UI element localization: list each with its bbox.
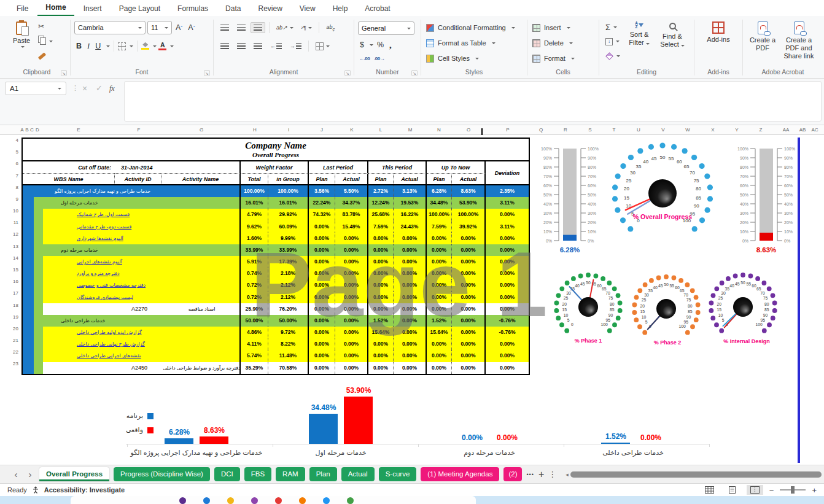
cell-value[interactable]: 0.00% bbox=[452, 268, 486, 279]
cell-value[interactable]: -0.76% bbox=[486, 327, 529, 338]
ribbon-tab-file[interactable]: File bbox=[9, 1, 36, 16]
autosum-icon[interactable]: Σ bbox=[605, 22, 620, 32]
cell-value[interactable]: 0.00% bbox=[309, 292, 335, 303]
cell-value[interactable]: 0.00% bbox=[486, 303, 529, 315]
sheet-tab-dci[interactable]: DCI bbox=[214, 467, 240, 481]
horizontal-scrollbar[interactable]: ◂ bbox=[566, 471, 822, 478]
row-header-9[interactable]: 9 bbox=[0, 196, 18, 208]
column-header-P[interactable]: P bbox=[506, 127, 509, 133]
column-header-S[interactable]: S bbox=[588, 127, 591, 133]
cell-value[interactable]: 5.91% bbox=[241, 256, 268, 268]
cell-value[interactable]: 0.72% bbox=[241, 279, 268, 291]
zoom-slider-handle[interactable] bbox=[791, 486, 795, 494]
row-header-16[interactable]: 16 bbox=[0, 279, 18, 290]
cell-value[interactable]: 0.00% bbox=[394, 268, 427, 279]
column-header-T[interactable]: T bbox=[613, 127, 616, 133]
create-pdf-share-button[interactable]: Create a PDF and Share link bbox=[779, 18, 819, 60]
sheet-tab-plan[interactable]: Plan bbox=[309, 467, 337, 481]
cell-value[interactable]: 0.00% bbox=[486, 338, 529, 350]
cell-value[interactable]: 0.00% bbox=[452, 233, 486, 244]
taskbar-icon-7[interactable] bbox=[347, 497, 354, 504]
cell-value[interactable]: 0.72% bbox=[241, 292, 268, 303]
page-break-preview-button[interactable] bbox=[747, 485, 763, 495]
create-pdf-button[interactable]: Create a PDF bbox=[747, 18, 779, 52]
cell-value[interactable]: 15.49% bbox=[335, 221, 368, 233]
column-header-X[interactable]: X bbox=[711, 127, 714, 133]
cell-value[interactable]: 2.72% bbox=[368, 185, 394, 197]
cell-value[interactable]: 4.11% bbox=[241, 338, 268, 350]
increase-decimal-icon[interactable]: ←.00 bbox=[358, 56, 371, 61]
cell-value[interactable]: 0.00% bbox=[452, 256, 486, 268]
cell-value[interactable]: 3.13% bbox=[394, 185, 427, 197]
font-name-select[interactable]: Cambria bbox=[74, 21, 146, 34]
row-header-4[interactable]: 4 bbox=[0, 138, 18, 149]
row-header-8[interactable]: 8 bbox=[0, 185, 18, 196]
cell-value[interactable]: 2.12% bbox=[268, 292, 309, 303]
cell-value[interactable]: 4.86% bbox=[241, 327, 268, 338]
cell-value[interactable]: 39.92% bbox=[452, 221, 486, 233]
sheet-tab-1-meeting-agendas[interactable]: (1) Meeting Agendas bbox=[421, 467, 499, 481]
wbs-cell[interactable]: خدمات طراحی و تهیه مدارک اجرایی پروژه ال… bbox=[23, 185, 241, 197]
cell-value[interactable]: 29.92% bbox=[268, 209, 309, 220]
cell-value[interactable]: 0.00% bbox=[394, 327, 427, 338]
column-header-AA[interactable]: AA bbox=[783, 127, 790, 133]
cell-value[interactable]: 9.72% bbox=[268, 327, 309, 338]
cell-value[interactable]: 0.00% bbox=[309, 350, 335, 362]
scrollbar-thumb[interactable] bbox=[570, 471, 822, 478]
cancel-icon[interactable]: × bbox=[82, 83, 87, 93]
cell-value[interactable]: 0.00% bbox=[427, 350, 452, 362]
cell-value[interactable]: 33.99% bbox=[241, 244, 268, 256]
align-left-icon[interactable] bbox=[217, 41, 232, 52]
cell-value[interactable]: 16.01% bbox=[241, 197, 268, 209]
cell-value[interactable]: 74.32% bbox=[309, 209, 335, 220]
row-header-19[interactable]: 19 bbox=[0, 314, 18, 326]
cell-value[interactable]: 0.00% bbox=[452, 315, 486, 327]
cell-value[interactable]: 100.00% bbox=[427, 209, 452, 220]
cell-value[interactable]: 0.74% bbox=[241, 268, 268, 279]
cell-value[interactable]: 12.24% bbox=[368, 197, 394, 209]
zoom-in-button[interactable]: + bbox=[812, 486, 817, 495]
row-header-14[interactable]: 14 bbox=[0, 255, 18, 267]
column-header-J[interactable]: J bbox=[321, 127, 323, 133]
cell-value[interactable]: 0.00% bbox=[486, 268, 529, 279]
column-header-C[interactable]: C bbox=[30, 127, 34, 133]
font-color-icon[interactable]: A bbox=[158, 42, 166, 51]
sheet-tab-overall-progress[interactable]: Overall Progress bbox=[39, 467, 109, 481]
sheet-nav-next[interactable]: › bbox=[25, 469, 35, 479]
sheet-grid[interactable]: 4567891011121314151617181920212223 Compa… bbox=[0, 135, 824, 465]
column-header-U[interactable]: U bbox=[637, 127, 640, 133]
cell-value[interactable]: 0.00% bbox=[394, 292, 427, 303]
decrease-indent-icon[interactable]: ← bbox=[267, 41, 285, 52]
sheet-nav-prev[interactable]: ‹ bbox=[11, 469, 21, 479]
row-header-12[interactable]: 12 bbox=[0, 231, 18, 243]
cell-value[interactable]: 0.00% bbox=[335, 327, 368, 338]
row-header-13[interactable]: 13 bbox=[0, 244, 18, 255]
cell-value[interactable]: 0.00% bbox=[368, 256, 394, 268]
cell-value[interactable]: 9.62% bbox=[241, 221, 268, 233]
align-top-icon[interactable] bbox=[217, 22, 232, 33]
row-header-22[interactable]: 22 bbox=[0, 349, 18, 361]
cell-value[interactable]: 0.00% bbox=[486, 209, 529, 220]
normal-view-button[interactable] bbox=[701, 485, 718, 495]
wbs-cell[interactable]: نقشه‌های اجرایی طراحی داخلی bbox=[23, 350, 241, 362]
cell-value[interactable]: 0.00% bbox=[368, 244, 394, 256]
cell-value[interactable]: 2.35% bbox=[486, 185, 529, 197]
italic-button[interactable]: I bbox=[85, 42, 91, 51]
copy-icon[interactable] bbox=[38, 36, 53, 46]
sheet-tab-fbs[interactable]: FBS bbox=[244, 467, 271, 481]
cell-value[interactable]: 0.00% bbox=[452, 338, 486, 350]
zoom-out-button[interactable]: − bbox=[769, 486, 774, 495]
cell-value[interactable]: 76.20% bbox=[268, 303, 309, 315]
wbs-cell[interactable]: قسمت اول- طرح شماتیک bbox=[23, 209, 241, 220]
cell-value[interactable]: 33.99% bbox=[268, 244, 309, 256]
cell-value[interactable]: 3.56% bbox=[309, 185, 335, 197]
cell-value[interactable]: 0.00% bbox=[309, 327, 335, 338]
cell-value[interactable]: 19.53% bbox=[394, 197, 427, 209]
column-header-G[interactable]: G bbox=[200, 127, 203, 133]
cell-value[interactable]: 1.52% bbox=[368, 315, 394, 327]
comma-format-icon[interactable]: , bbox=[387, 40, 394, 50]
gauge-internal-design[interactable]: 0510152025303540455055606570758085909510… bbox=[697, 264, 789, 350]
cell-value[interactable]: 0.00% bbox=[368, 279, 394, 291]
alignment-dialog-launcher[interactable]: ↘ bbox=[344, 70, 351, 76]
cell-value[interactable]: 0.00% bbox=[486, 362, 529, 374]
